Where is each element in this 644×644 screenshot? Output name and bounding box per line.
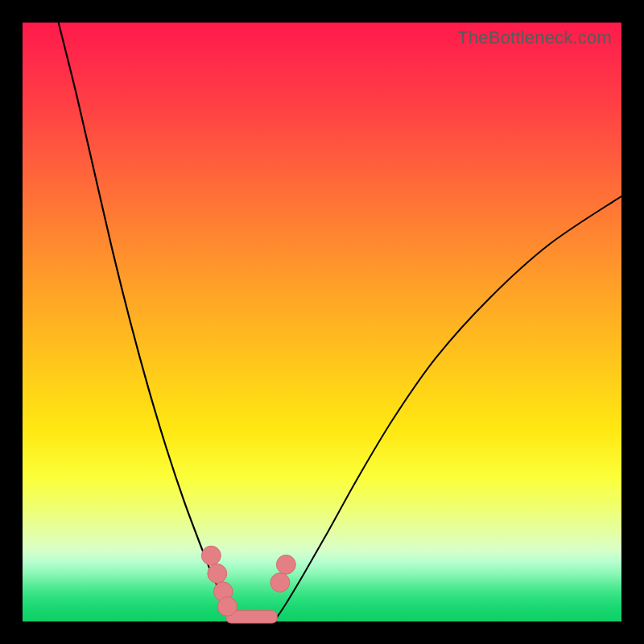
right-curve [274, 196, 621, 621]
marker-dot [218, 597, 237, 616]
marker-dot [276, 555, 295, 574]
chart-frame: TheBottleneck.com [0, 0, 644, 644]
plot-area: TheBottleneck.com [23, 23, 621, 621]
markers-group [201, 546, 295, 616]
marker-dot [201, 546, 221, 565]
curves-svg [23, 23, 621, 621]
marker-dot [270, 573, 290, 592]
left-curve [59, 23, 233, 621]
marker-dot [208, 564, 227, 584]
